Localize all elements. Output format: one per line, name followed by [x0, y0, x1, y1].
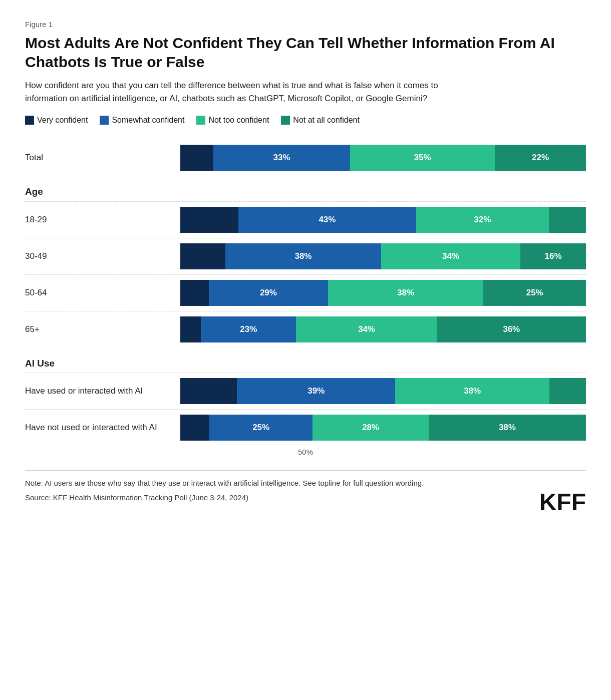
bar-segment-very-confident: [180, 316, 201, 342]
chart-note: Note: AI users are those who say that th…: [25, 478, 586, 489]
legend-item-not-too-confident: Not too confident: [196, 116, 269, 125]
legend-label-very-confident: Very confident: [37, 116, 88, 125]
row-label: Have used or interacted with AI: [25, 386, 180, 397]
bar-segment-very-confident: [180, 378, 237, 404]
bar-segment-not-at-all: 16%: [520, 243, 586, 269]
chart-title: Most Adults Are Not Confident They Can T…: [25, 34, 586, 71]
bar-segment-not-at-all: 22%: [495, 145, 586, 171]
bar-segment-somewhat-confident: 29%: [209, 280, 328, 306]
row-label: Total: [25, 152, 180, 163]
bar-segment-not-too-confident: 34%: [381, 243, 520, 269]
bar-segment-somewhat-confident: 23%: [201, 316, 296, 342]
bar-container: 39%38%: [180, 378, 586, 404]
chart-row: 18-2943%32%: [25, 201, 586, 238]
bar-container: 25%28%38%: [180, 415, 586, 441]
bar-segment-somewhat-confident: 43%: [238, 207, 416, 233]
bar-segment-not-at-all: 36%: [437, 316, 586, 342]
chart-row: 30-4938%34%16%: [25, 238, 586, 274]
section-label: AI Use: [25, 355, 180, 371]
section-heading-age: Age: [25, 176, 586, 201]
bar-segment-not-at-all: 38%: [429, 415, 586, 441]
bar-segment-very-confident: [180, 207, 238, 233]
bar-segment-somewhat-confident: 39%: [237, 378, 395, 404]
legend-item-somewhat-confident: Somewhat confident: [100, 116, 184, 125]
figure-label: Figure 1: [25, 20, 586, 29]
bar-segment-not-too-confident: 35%: [350, 145, 495, 171]
bar-segment-not-at-all: 25%: [483, 280, 586, 306]
legend-label-not-at-all: Not at all confident: [293, 116, 360, 125]
bar-segment-not-too-confident: 28%: [313, 415, 428, 441]
row-label: 30-49: [25, 251, 180, 262]
bar-segment-very-confident: [180, 243, 225, 269]
bar-segment-somewhat-confident: 38%: [225, 243, 381, 269]
bar-segment-not-too-confident: 34%: [296, 316, 437, 342]
legend-swatch-not-too-confident: [196, 116, 205, 125]
bar-container: 29%38%25%: [180, 280, 586, 306]
row-label: 65+: [25, 324, 180, 335]
row-label: Have not used or interacted with AI: [25, 422, 180, 433]
row-label: 50-64: [25, 287, 180, 298]
legend-label-somewhat-confident: Somewhat confident: [112, 116, 184, 125]
bar-container: 23%34%36%: [180, 316, 586, 342]
chart-row: Total33%35%22%: [25, 140, 586, 176]
legend-label-not-too-confident: Not too confident: [208, 116, 269, 125]
legend-item-very-confident: Very confident: [25, 116, 88, 125]
bar-segment-very-confident: [180, 280, 209, 306]
bar-segment-not-too-confident: 32%: [416, 207, 548, 233]
fifty-pct-marker: 50%: [25, 448, 586, 456]
bar-segment-somewhat-confident: 25%: [209, 415, 313, 441]
legend-item-not-at-all: Not at all confident: [281, 116, 360, 125]
bar-container: 43%32%: [180, 207, 586, 233]
chart-row: Have not used or interacted with AI25%28…: [25, 409, 586, 446]
legend-swatch-somewhat-confident: [100, 116, 109, 125]
bar-segment-not-at-all: [549, 378, 586, 404]
bar-segment-not-too-confident: 38%: [395, 378, 549, 404]
bar-segment-very-confident: [180, 415, 209, 441]
bar-container: 38%34%16%: [180, 243, 586, 269]
bar-segment-not-too-confident: 38%: [328, 280, 484, 306]
legend-swatch-very-confident: [25, 116, 34, 125]
row-label: 18-29: [25, 214, 180, 225]
bar-segment-somewhat-confident: 33%: [213, 145, 350, 171]
bar-container: 33%35%22%: [180, 145, 586, 171]
chart-subtitle: How confident are you that you can tell …: [25, 79, 461, 105]
bar-segment-not-at-all: [549, 207, 586, 233]
legend-swatch-not-at-all: [281, 116, 290, 125]
chart-row: 65+23%34%36%: [25, 311, 586, 347]
bar-segment-very-confident: [180, 145, 213, 171]
chart-area: Total33%35%22%Age18-2943%32%30-4938%34%1…: [25, 140, 586, 446]
chart-row: Have used or interacted with AI39%38%: [25, 373, 586, 409]
chart-row: 50-6429%38%25%: [25, 274, 586, 311]
section-label: Age: [25, 183, 180, 199]
section-heading-ai-use: AI Use: [25, 347, 586, 373]
chart-legend: Very confident Somewhat confident Not to…: [25, 116, 586, 125]
